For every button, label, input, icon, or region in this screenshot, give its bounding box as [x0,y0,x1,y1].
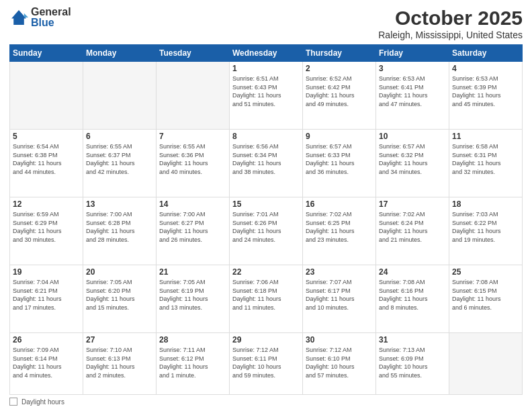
cell-8: 8 Sunrise: 6:56 AMSunset: 6:34 PMDayligh… [230,130,303,197]
cell-18: 18 Sunrise: 7:03 AMSunset: 6:22 PMDaylig… [449,197,523,265]
day-info-17: Sunrise: 7:02 AMSunset: 6:24 PMDaylight:… [379,211,428,243]
day-num-17: 17 [379,199,446,209]
cell-30: 30 Sunrise: 7:12 AMSunset: 6:10 PMDaylig… [303,333,376,395]
col-wednesday: Wednesday [230,45,303,62]
day-info-23: Sunrise: 7:07 AMSunset: 6:17 PMDaylight:… [306,279,355,311]
logo-text: General Blue [31,7,71,28]
day-info-3: Sunrise: 6:53 AMSunset: 6:41 PMDaylight:… [379,75,428,107]
cell-27: 27 Sunrise: 7:10 AMSunset: 6:13 PMDaylig… [83,333,157,395]
cell-26: 26 Sunrise: 7:09 AMSunset: 6:14 PMDaylig… [10,333,83,395]
day-info-16: Sunrise: 7:02 AMSunset: 6:25 PMDaylight:… [306,211,355,243]
day-info-2: Sunrise: 6:52 AMSunset: 6:42 PMDaylight:… [306,75,355,107]
day-num-19: 19 [13,267,80,277]
logo-icon [9,8,28,27]
day-num-8: 8 [232,132,300,141]
day-num-3: 3 [379,64,446,73]
day-num-13: 13 [86,199,153,209]
day-info-24: Sunrise: 7:08 AMSunset: 6:16 PMDaylight:… [379,279,428,311]
day-info-27: Sunrise: 7:10 AMSunset: 6:13 PMDaylight:… [86,347,135,379]
cell-3: 3 Sunrise: 6:53 AMSunset: 6:41 PMDayligh… [376,62,449,130]
location: Raleigh, Mississippi, United States [378,30,523,40]
day-info-22: Sunrise: 7:06 AMSunset: 6:18 PMDaylight:… [232,279,281,311]
day-info-21: Sunrise: 7:05 AMSunset: 6:19 PMDaylight:… [159,279,208,311]
day-info-12: Sunrise: 6:59 AMSunset: 6:29 PMDaylight:… [13,211,62,243]
day-num-5: 5 [13,132,80,141]
day-num-22: 22 [232,267,300,277]
footer: Daylight hours [9,398,523,406]
day-info-18: Sunrise: 7:03 AMSunset: 6:22 PMDaylight:… [452,211,501,243]
day-num-21: 21 [159,267,226,277]
day-info-30: Sunrise: 7:12 AMSunset: 6:10 PMDaylight:… [306,347,355,379]
cell-28: 28 Sunrise: 7:11 AMSunset: 6:12 PMDaylig… [157,333,230,395]
cell-20: 20 Sunrise: 7:05 AMSunset: 6:20 PMDaylig… [83,265,157,333]
cell-6: 6 Sunrise: 6:55 AMSunset: 6:37 PMDayligh… [83,130,157,197]
svg-marker-0 [11,10,26,25]
cell-5: 5 Sunrise: 6:54 AMSunset: 6:38 PMDayligh… [10,130,83,197]
day-num-11: 11 [452,132,519,141]
cell-empty-2 [83,62,157,130]
day-num-4: 4 [452,64,519,73]
day-num-9: 9 [306,132,373,141]
day-info-15: Sunrise: 7:01 AMSunset: 6:26 PMDaylight:… [232,211,281,243]
calendar-table: Sunday Monday Tuesday Wednesday Thursday… [9,44,523,395]
day-info-31: Sunrise: 7:13 AMSunset: 6:09 PMDaylight:… [379,347,428,379]
day-num-15: 15 [232,199,300,209]
day-info-11: Sunrise: 6:58 AMSunset: 6:31 PMDaylight:… [452,143,501,175]
day-num-7: 7 [159,132,226,141]
month-title: October 2025 [378,7,523,30]
cell-31: 31 Sunrise: 7:13 AMSunset: 6:09 PMDaylig… [376,333,449,395]
day-num-27: 27 [86,335,153,345]
day-num-24: 24 [379,267,446,277]
day-info-8: Sunrise: 6:56 AMSunset: 6:34 PMDaylight:… [232,143,281,175]
col-monday: Monday [83,45,157,62]
cell-2: 2 Sunrise: 6:52 AMSunset: 6:42 PMDayligh… [303,62,376,130]
day-num-2: 2 [306,64,373,73]
day-num-1: 1 [232,64,300,73]
weekday-header-row: Sunday Monday Tuesday Wednesday Thursday… [10,45,523,62]
day-info-20: Sunrise: 7:05 AMSunset: 6:20 PMDaylight:… [86,279,135,311]
cell-12: 12 Sunrise: 6:59 AMSunset: 6:29 PMDaylig… [10,197,83,265]
day-info-7: Sunrise: 6:55 AMSunset: 6:36 PMDaylight:… [159,143,208,175]
cell-15: 15 Sunrise: 7:01 AMSunset: 6:26 PMDaylig… [230,197,303,265]
day-num-14: 14 [159,199,226,209]
cell-empty-end [449,333,523,395]
logo: General Blue [9,7,71,28]
cell-empty-3 [157,62,230,130]
cell-25: 25 Sunrise: 7:08 AMSunset: 6:15 PMDaylig… [449,265,523,333]
day-num-23: 23 [306,267,373,277]
logo-general-text: General [31,7,71,17]
week-row-4: 19 Sunrise: 7:04 AMSunset: 6:21 PMDaylig… [10,265,523,333]
day-info-6: Sunrise: 6:55 AMSunset: 6:37 PMDaylight:… [86,143,135,175]
day-info-19: Sunrise: 7:04 AMSunset: 6:21 PMDaylight:… [13,279,62,311]
day-info-1: Sunrise: 6:51 AMSunset: 6:43 PMDaylight:… [232,75,281,107]
day-info-9: Sunrise: 6:57 AMSunset: 6:33 PMDaylight:… [306,143,355,175]
day-info-13: Sunrise: 7:00 AMSunset: 6:28 PMDaylight:… [86,211,135,243]
day-num-10: 10 [379,132,446,141]
day-info-10: Sunrise: 6:57 AMSunset: 6:32 PMDaylight:… [379,143,428,175]
cell-4: 4 Sunrise: 6:53 AMSunset: 6:39 PMDayligh… [449,62,523,130]
day-num-20: 20 [86,267,153,277]
week-row-1: 1 Sunrise: 6:51 AMSunset: 6:43 PMDayligh… [10,62,523,130]
cell-23: 23 Sunrise: 7:07 AMSunset: 6:17 PMDaylig… [303,265,376,333]
cell-7: 7 Sunrise: 6:55 AMSunset: 6:36 PMDayligh… [157,130,230,197]
day-num-6: 6 [86,132,153,141]
col-friday: Friday [376,45,449,62]
day-info-25: Sunrise: 7:08 AMSunset: 6:15 PMDaylight:… [452,279,501,311]
day-info-14: Sunrise: 7:00 AMSunset: 6:27 PMDaylight:… [159,211,208,243]
title-block: October 2025 Raleigh, Mississippi, Unite… [378,7,523,40]
col-saturday: Saturday [449,45,523,62]
day-num-29: 29 [232,335,300,345]
cell-19: 19 Sunrise: 7:04 AMSunset: 6:21 PMDaylig… [10,265,83,333]
cell-9: 9 Sunrise: 6:57 AMSunset: 6:33 PMDayligh… [303,130,376,197]
col-thursday: Thursday [303,45,376,62]
cell-11: 11 Sunrise: 6:58 AMSunset: 6:31 PMDaylig… [449,130,523,197]
cell-1: 1 Sunrise: 6:51 AMSunset: 6:43 PMDayligh… [230,62,303,130]
col-tuesday: Tuesday [157,45,230,62]
day-num-16: 16 [306,199,373,209]
cell-17: 17 Sunrise: 7:02 AMSunset: 6:24 PMDaylig… [376,197,449,265]
week-row-5: 26 Sunrise: 7:09 AMSunset: 6:14 PMDaylig… [10,333,523,395]
cell-29: 29 Sunrise: 7:12 AMSunset: 6:11 PMDaylig… [230,333,303,395]
day-info-26: Sunrise: 7:09 AMSunset: 6:14 PMDaylight:… [13,347,62,379]
day-num-12: 12 [13,199,80,209]
day-info-29: Sunrise: 7:12 AMSunset: 6:11 PMDaylight:… [232,347,281,379]
